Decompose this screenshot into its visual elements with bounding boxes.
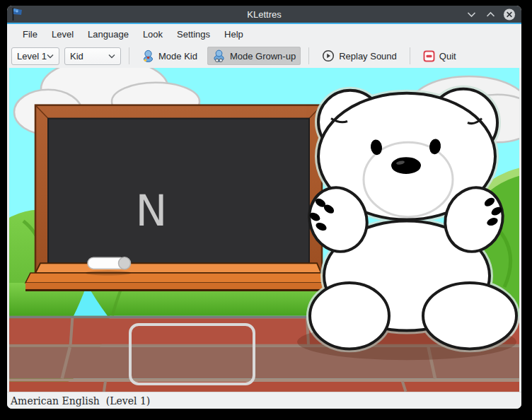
close-button[interactable] [503,8,516,21]
kid-icon [142,49,154,62]
menu-level[interactable]: Level [45,26,81,42]
toolbar-separator [410,47,410,64]
level-combobox[interactable]: Level 1 [11,47,59,65]
quit-icon [423,50,435,62]
status-text: American English (Level 1) [11,395,150,407]
toolbar-separator [308,47,309,64]
chevron-down-icon [467,11,476,18]
chevron-down-icon [108,54,115,59]
slate [48,119,309,264]
chevron-up-icon [486,11,495,18]
minimize-button[interactable] [465,8,478,21]
quit-button[interactable]: Quit [418,47,461,65]
menu-help[interactable]: Help [217,26,250,42]
mode-grownup-label: Mode Grown-up [230,51,296,62]
menu-file[interactable]: File [16,26,45,42]
close-icon [503,8,516,21]
theme-combobox-value: Kid [70,51,108,62]
statusbar: American English (Level 1) [7,392,521,409]
level-combobox-value: Level 1 [17,51,47,62]
window-title: KLettres [7,9,521,20]
replay-sound-button[interactable]: Replay Sound [317,47,402,65]
toolbar: Level 1 Kid Mode Kid Mod [7,44,521,68]
menu-settings[interactable]: Settings [170,26,217,42]
klettres-window: KLettres File Level Language Look Settin… [7,6,521,409]
chalk-tray [25,263,331,291]
grownup-icon [212,49,226,62]
bear-nose [391,157,421,174]
menu-language[interactable]: Language [81,26,136,42]
scene: N [9,68,519,392]
mode-kid-button[interactable]: Mode Kid [137,47,202,65]
menubar: File Level Language Look Settings Help [7,24,521,44]
titlebar: KLettres [7,6,521,24]
quit-label: Quit [439,51,456,62]
mode-grownup-button[interactable]: Mode Grown-up [207,47,301,65]
replay-sound-label: Replay Sound [339,51,397,62]
play-circle-icon [322,49,335,62]
menu-look[interactable]: Look [136,26,170,42]
theme-combobox[interactable]: Kid [64,47,121,65]
board-letter: N [136,186,168,235]
teddy-bear [297,89,516,360]
chevron-down-icon [47,54,54,59]
blackboard: N [25,105,331,291]
chalk [86,257,131,276]
toolbar-separator [129,47,129,64]
playfield: N [7,68,521,392]
mode-kid-label: Mode Kid [158,51,197,62]
letter-input[interactable] [129,323,255,385]
maximize-button[interactable] [484,8,497,21]
